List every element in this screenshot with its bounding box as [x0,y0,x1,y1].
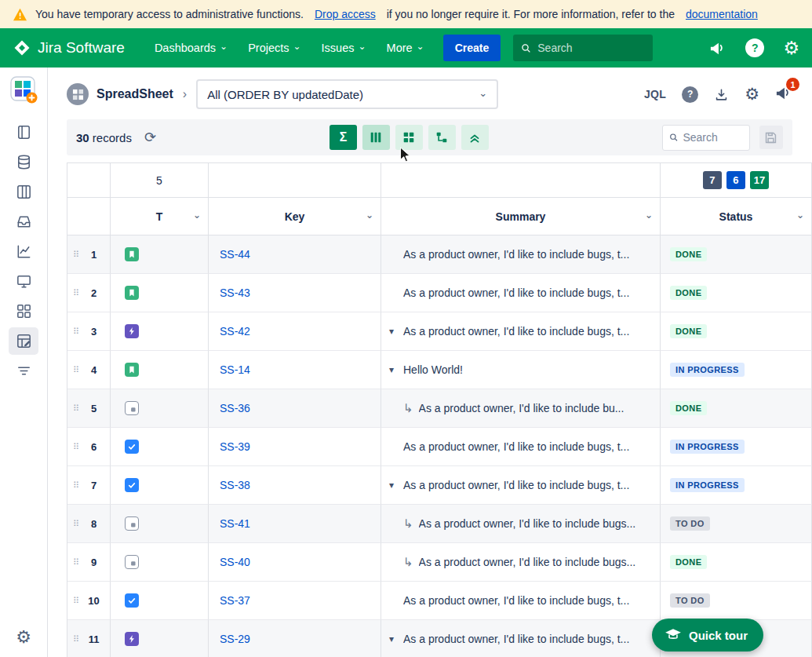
table-search[interactable] [662,125,750,151]
drag-handle-icon[interactable]: ⠿ [73,327,79,337]
status-lozenge[interactable]: TO DO [670,593,710,608]
issue-key-cell[interactable]: SS-42 [209,312,381,351]
issue-key-cell[interactable]: SS-38 [209,466,381,505]
issue-key-link[interactable]: SS-42 [220,325,250,338]
issue-key-link[interactable]: SS-41 [220,517,250,530]
issue-type-cell[interactable] [111,620,209,657]
status-cell[interactable]: DONE [661,235,812,274]
grid-view-button[interactable] [395,125,423,150]
issue-key-link[interactable]: SS-39 [220,440,250,453]
drag-handle-icon[interactable]: ⠿ [73,403,79,414]
summary-cell[interactable]: As a product owner, I'd like to include … [381,582,661,620]
help-icon[interactable]: ? [745,38,764,57]
nav-menu-issues[interactable]: Issues⌄ [315,37,373,59]
status-cell[interactable]: IN PROGRESS [661,351,812,389]
status-cell[interactable]: TO DO [661,582,812,620]
feedback-megaphone-icon[interactable] [709,40,726,56]
issue-key-link[interactable]: SS-38 [220,479,250,491]
issue-key-cell[interactable]: SS-44 [209,235,381,274]
status-cell[interactable]: IN PROGRESS [661,466,812,505]
drag-handle-icon[interactable]: ⠿ [73,480,79,491]
help-icon[interactable]: ? [682,86,698,103]
filter-lines-icon[interactable] [9,357,38,385]
issue-key-link[interactable]: SS-44 [220,248,250,261]
issue-type-cell[interactable] [111,428,209,466]
monitor-icon[interactable] [9,268,38,295]
drag-handle-icon[interactable]: ⠿ [73,596,79,606]
row-number-cell[interactable]: ⠿9 [67,543,111,582]
summary-cell[interactable]: ▾As a product owner, I'd like to include… [381,312,661,351]
issue-key-cell[interactable]: SS-29 [209,620,381,657]
issue-key-cell[interactable]: SS-14 [209,351,381,389]
table-settings-gear-icon[interactable]: ⚙ [745,85,759,104]
summary-cell[interactable]: ▾Hello World! [381,351,661,389]
global-search-input[interactable] [537,42,645,54]
column-header-type[interactable]: T⌄ [111,198,209,235]
sheet-editor-icon[interactable] [9,327,38,355]
status-lozenge[interactable]: IN PROGRESS [670,478,745,492]
status-lozenge[interactable]: IN PROGRESS [670,440,745,454]
project-avatar[interactable] [67,83,89,105]
issue-type-cell[interactable] [111,274,209,312]
row-number-cell[interactable]: ⠿7 [67,466,111,505]
journal-icon[interactable] [9,119,38,146]
row-number-cell[interactable]: ⠿11 [67,620,111,657]
jql-button[interactable]: JQL [644,88,666,100]
status-lozenge[interactable]: DONE [670,555,707,569]
issue-type-cell[interactable] [111,582,209,620]
collapse-all-button[interactable] [461,125,489,150]
expand-caret-icon[interactable]: ▾ [389,480,403,491]
database-icon[interactable] [9,148,38,176]
status-lozenge[interactable]: DONE [670,324,707,338]
issue-key-cell[interactable]: SS-41 [209,505,381,543]
drop-access-link[interactable]: Drop access [315,8,376,20]
summary-cell[interactable]: ▾As a product owner, I'd like to include… [381,466,661,505]
row-number-cell[interactable]: ⠿4 [67,351,111,389]
summary-cell[interactable]: ↳As a product owner, I'd like to include… [381,505,661,543]
column-header-summary[interactable]: Summary⌄ [381,198,661,235]
issue-key-link[interactable]: SS-43 [220,287,250,299]
row-number-cell[interactable]: ⠿10 [67,582,111,620]
summary-cell[interactable]: ↳As a product owner, I'd like to include… [381,389,661,428]
board-columns-icon[interactable] [9,178,38,206]
summary-cell[interactable]: ↳As a product owner, I'd like to include… [381,543,661,582]
column-header-status[interactable]: Status⌄ [661,198,812,235]
issue-key-cell[interactable]: SS-39 [209,428,381,466]
status-lozenge[interactable]: DONE [670,247,707,261]
drag-handle-icon[interactable]: ⠿ [73,288,79,298]
export-download-icon[interactable] [714,87,729,102]
row-number-cell[interactable]: ⠿3 [67,312,111,351]
sum-button[interactable]: Σ [330,125,357,150]
issue-type-cell[interactable] [111,235,209,274]
summary-cell[interactable]: As a product owner, I'd like to include … [381,274,661,312]
column-header-key[interactable]: Key⌄ [209,198,381,235]
status-lozenge[interactable]: IN PROGRESS [670,363,745,377]
jira-logo[interactable]: Jira Software [13,38,125,57]
table-search-input[interactable] [683,131,743,144]
sidebar-settings-gear-icon[interactable]: ⚙ [16,627,31,648]
drag-handle-icon[interactable]: ⠿ [73,365,79,375]
status-cell[interactable]: IN PROGRESS [661,428,812,466]
line-chart-icon[interactable] [9,238,38,265]
apps-icon[interactable] [9,297,38,325]
issue-key-link[interactable]: SS-37 [220,594,250,607]
issue-type-cell[interactable] [111,351,209,389]
documentation-link[interactable]: documentation [686,8,758,20]
chevron-down-icon[interactable]: ⌄ [645,210,653,221]
tree-view-button[interactable] [428,125,456,150]
drag-handle-icon[interactable]: ⠿ [73,250,79,260]
drag-handle-icon[interactable]: ⠿ [73,442,79,452]
summary-cell[interactable]: As a product owner, I'd like to include … [381,235,661,274]
status-lozenge[interactable]: TO DO [670,516,710,531]
issue-type-cell[interactable] [111,505,209,543]
columns-button[interactable] [362,125,390,150]
settings-gear-icon[interactable]: ⚙ [783,39,799,57]
issue-type-cell[interactable] [111,389,209,428]
issue-key-cell[interactable]: SS-40 [209,543,381,582]
chevron-down-icon[interactable]: ⌄ [193,210,201,221]
inbox-tray-icon[interactable] [9,208,38,235]
issue-key-cell[interactable]: SS-36 [209,389,381,428]
issue-key-link[interactable]: SS-36 [220,402,250,414]
issue-key-link[interactable]: SS-40 [220,556,250,568]
project-name[interactable]: SpreadSheet [96,87,173,101]
